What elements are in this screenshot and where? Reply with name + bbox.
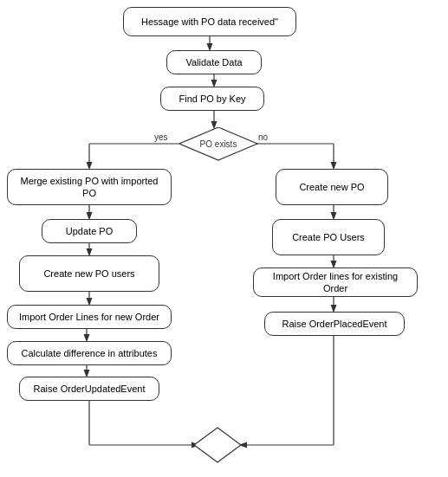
start-node: Hessage with PO data received" [123, 7, 296, 36]
find-po-node: Find PO by Key [160, 87, 264, 111]
update-po-node: Update PO [42, 219, 137, 243]
validate-node: Validate Data [166, 50, 262, 74]
yes-label: yes [154, 132, 168, 142]
raise-updated-node: Raise OrderUpdatedEvent [19, 377, 159, 401]
merge-node: Merge existing PO with imported PO [7, 169, 172, 205]
svg-text:PO exists: PO exists [200, 139, 237, 149]
po-exists-diamond: PO exists [179, 127, 257, 160]
create-new-po-users-node: Create new PO users [19, 255, 159, 292]
create-new-po-node: Create new PO [276, 169, 388, 205]
calc-diff-node: Calculate difference in attributes [7, 341, 172, 365]
create-po-users-node: Create PO Users [272, 219, 385, 255]
flowchart-diagram: yes no Hessage with PO data received" Va… [0, 0, 448, 477]
import-order-lines-exist-node: Import Order lines for existing Order [253, 268, 418, 297]
raise-placed-node: Raise OrderPlacedEvent [264, 312, 405, 336]
import-order-lines-new-node: Import Order Lines for new Order [7, 305, 172, 329]
